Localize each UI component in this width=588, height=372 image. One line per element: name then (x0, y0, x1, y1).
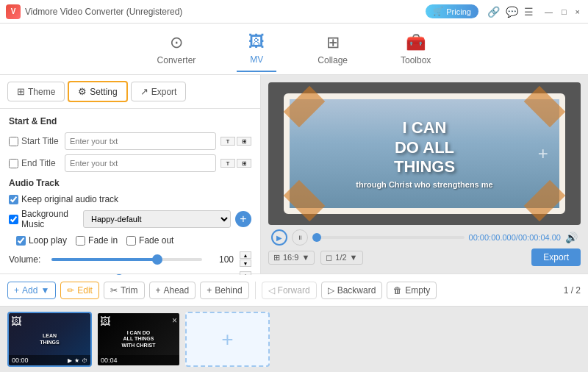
end-title-check[interactable] (9, 159, 18, 168)
preview-text: I CAN DO ALL THINGS through Christ who s… (356, 118, 492, 188)
ratio-select[interactable]: ⊞ 16:9 ▼ (268, 251, 315, 265)
clip-chevron: ▼ (350, 253, 358, 262)
end-title-checkbox[interactable]: End Title (9, 158, 60, 168)
maximize-button[interactable]: □ (559, 7, 569, 16)
loop-play-option[interactable]: Loop play (16, 235, 67, 246)
app-logo: V (6, 4, 21, 19)
empty-label: Empty (405, 285, 430, 296)
volume-step-up[interactable]: ▲ (240, 251, 251, 259)
fade-in-check[interactable] (76, 236, 85, 246)
clip-clock-icon-1[interactable]: ⏱ (82, 357, 87, 364)
clip-item-2[interactable]: I CAN DOALL THINGSWITH CHRIST 🖼 × 00:04 (96, 312, 181, 367)
trim-button[interactable]: ✂ Trim (104, 282, 145, 299)
keep-original-check[interactable] (9, 195, 18, 204)
titlebar-right: 🛒 Pricing 🔗 💬 ☰ — □ × (426, 4, 582, 18)
volume-slider-thumb[interactable] (152, 254, 162, 265)
end-title-icon-btn-2[interactable]: ⊞ (237, 159, 251, 168)
volume-slider-track[interactable] (51, 258, 202, 261)
volume-icon[interactable]: 🔊 (565, 232, 578, 243)
ahead-button[interactable]: + Ahead (149, 282, 196, 299)
nav-label-toolbox: Toolbox (401, 55, 431, 65)
backward-icon: ▷ (328, 285, 334, 296)
chat-icon[interactable]: 💬 (506, 6, 518, 18)
export-button[interactable]: Export (531, 248, 581, 266)
fade-out-option[interactable]: Fade out (126, 235, 173, 246)
nav-item-collage[interactable]: ⊞ Collage (306, 27, 359, 71)
delay-step-up[interactable]: ▲ (240, 271, 251, 275)
keep-original-label: Keep original audio track (21, 194, 118, 204)
backward-label: Backward (337, 285, 376, 296)
add-chevron-icon: ▼ (40, 285, 49, 296)
titlebar-left: V Vidmore Video Converter (Unregistered) (6, 4, 182, 19)
bg-music-select[interactable]: Happy-default (83, 210, 231, 228)
timeline-bar: + Add ▼ ✏ Edit ✂ Trim + Ahead + Behind ◁… (0, 273, 588, 306)
clip-item-1[interactable]: LEANTHINGS 🖼 00:00 ▶ ★ ⏱ (7, 312, 92, 367)
add-dropdown[interactable]: + Add ▼ (7, 282, 56, 299)
delay-slider-thumb[interactable] (114, 274, 124, 276)
close-button[interactable]: × (573, 7, 582, 16)
separator-1 (255, 282, 256, 299)
forward-button[interactable]: ◁ Forward (262, 282, 317, 299)
ratio-chevron: ▼ (301, 253, 309, 262)
progress-thumb[interactable] (312, 233, 321, 242)
delay-stepper: ▲ ▼ (240, 271, 251, 275)
minimize-button[interactable]: — (542, 7, 555, 16)
start-title-icons: T ⊞ (220, 137, 251, 146)
delay-label: Delay: (9, 274, 46, 276)
progress-bar[interactable] (312, 236, 465, 239)
end-title-icon-btn-1[interactable]: T (220, 159, 235, 168)
volume-value: 100 (208, 254, 234, 265)
volume-step-down[interactable]: ▼ (240, 260, 251, 267)
add-label: Add (22, 285, 37, 296)
start-title-checkbox[interactable]: Start Title (9, 136, 60, 146)
fade-out-check[interactable] (126, 236, 136, 246)
clip-select[interactable]: ◻ 1/2 ▼ (320, 251, 362, 265)
start-title-input[interactable] (65, 132, 216, 150)
clip-play-icon-1[interactable]: ▶ (68, 357, 72, 364)
pause-button[interactable]: ⏸ (292, 229, 308, 246)
clip-image-icon-1: 🖼 (11, 315, 21, 327)
nav-item-mv[interactable]: 🖼 MV (237, 26, 276, 72)
titlebar: V Vidmore Video Converter (Unregistered)… (0, 0, 588, 24)
bg-music-add-button[interactable]: + (235, 211, 251, 227)
tab-setting-label: Setting (90, 87, 117, 97)
play-button[interactable]: ▶ (271, 229, 287, 246)
bg-music-check[interactable] (9, 215, 18, 224)
clip-star-icon-1[interactable]: ★ (74, 357, 79, 364)
nav-item-converter[interactable]: ⊙ Converter (146, 27, 208, 71)
edit-button[interactable]: ✏ Edit (60, 282, 99, 299)
start-title-icon-btn-1[interactable]: T (220, 137, 235, 146)
left-panel: ⊞ Theme ⚙ Setting ↗ Export Start & End S… (0, 75, 261, 273)
tab-theme[interactable]: ⊞ Theme (7, 82, 65, 101)
clip-image-icon-2: 🖼 (100, 315, 110, 327)
nav-item-toolbox[interactable]: 🧰 Toolbox (389, 27, 442, 71)
audio-track-section: Audio Track Keep original audio track Ba… (9, 178, 251, 275)
preview-area: I CAN DO ALL THINGS through Christ who s… (268, 82, 581, 225)
edit-icon: ✏ (67, 285, 74, 296)
delay-value: 0.0 (208, 274, 234, 276)
start-title-check[interactable] (9, 137, 18, 146)
start-title-icon-btn-2[interactable]: ⊞ (237, 137, 251, 146)
tab-setting[interactable]: ⚙ Setting (68, 81, 127, 102)
clip-delete-icon-2[interactable]: × (172, 315, 177, 326)
behind-label: Behind (215, 285, 242, 296)
end-title-input[interactable] (65, 154, 216, 172)
tab-export-label: Export (151, 87, 177, 97)
empty-button[interactable]: 🗑 Empty (387, 282, 437, 299)
loop-play-check[interactable] (16, 236, 26, 246)
menu-icon[interactable]: ☰ (524, 6, 534, 18)
end-title-row: End Title T ⊞ (9, 154, 251, 172)
clip-overlay-1: 00:00 ▶ ★ ⏱ (9, 355, 90, 365)
behind-button[interactable]: + Behind (200, 282, 248, 299)
fade-in-option[interactable]: Fade in (76, 235, 118, 246)
nav-label-converter: Converter (157, 55, 196, 65)
add-media-icon[interactable]: + (538, 143, 548, 164)
tab-export[interactable]: ↗ Export (131, 82, 187, 101)
ahead-icon: + (156, 285, 161, 296)
link-icon[interactable]: 🔗 (487, 6, 500, 18)
bg-music-label[interactable]: Background Music (9, 209, 79, 229)
edit-label: Edit (77, 285, 93, 296)
pricing-button[interactable]: 🛒 Pricing (426, 4, 478, 18)
backward-button[interactable]: ▷ Backward (321, 282, 383, 299)
add-clip-button[interactable]: + (185, 312, 270, 367)
